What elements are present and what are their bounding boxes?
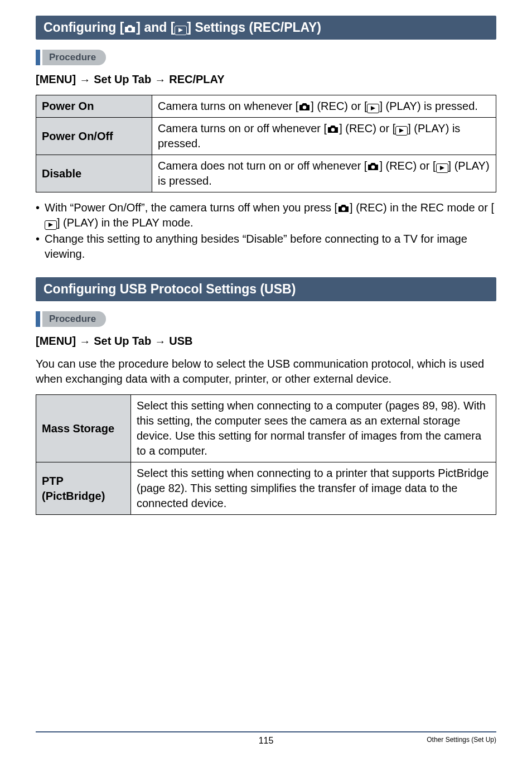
svg-point-6	[371, 165, 375, 168]
svg-point-4	[331, 128, 335, 131]
footer-section-label: Other Settings (Set Up)	[385, 736, 496, 744]
section-title-part: ] and [	[136, 20, 175, 35]
procedure-label-row: Procedure	[36, 50, 496, 65]
camera-rec-icon	[337, 204, 350, 213]
menu-path-usb: [MENU] → Set Up Tab → USB	[36, 335, 496, 348]
table-row: Mass Storage Select this setting when co…	[36, 395, 496, 462]
section-header-usb: Configuring USB Protocol Settings (USB)	[36, 277, 496, 301]
arrow-icon: →	[154, 74, 166, 85]
note-item: Change this setting to anything besides …	[36, 232, 496, 262]
svg-marker-1	[178, 28, 183, 32]
menu-path-recplay: [MENU] → Set Up Tab → REC/PLAY	[36, 73, 496, 86]
recplay-settings-table: Power On Camera turns on whenever [] (RE…	[36, 95, 496, 192]
procedure-accent-bar	[36, 311, 40, 327]
table-row: Disable Camera does not turn on or off w…	[36, 155, 496, 192]
section-title-part: Configuring [	[43, 20, 124, 35]
row-desc: Camera turns on or off whenever [] (REC)…	[152, 118, 496, 155]
procedure-label-row: Procedure	[36, 311, 496, 327]
section-title-part: ] Settings (REC/PLAY)	[187, 20, 321, 35]
section-header-recplay: Configuring [] and [] Settings (REC/PLAY…	[36, 16, 496, 40]
menu-path-menu: [MENU]	[36, 335, 76, 348]
recplay-notes: With “Power On/Off”, the camera turns of…	[36, 200, 496, 262]
camera-rec-icon	[367, 162, 379, 171]
row-desc: Select this setting when connecting to a…	[131, 462, 496, 515]
camera-rec-icon	[124, 25, 136, 33]
svg-marker-9	[49, 223, 53, 227]
row-label: PTP (PictBridge)	[36, 462, 131, 515]
menu-path-menu: [MENU]	[36, 73, 76, 86]
page-footer: 115 Other Settings (Set Up)	[0, 731, 532, 746]
usb-intro-text: You can use the procedure below to selec…	[36, 356, 496, 387]
row-label: Disable	[36, 155, 152, 192]
usb-settings-table: Mass Storage Select this setting when co…	[36, 394, 496, 515]
play-icon	[436, 163, 448, 173]
svg-marker-3	[371, 106, 375, 110]
procedure-pill: Procedure	[42, 311, 106, 327]
row-desc: Camera turns on whenever [] (REC) or [] …	[152, 95, 496, 118]
table-row: Power On Camera turns on whenever [] (RE…	[36, 95, 496, 118]
table-row: Power On/Off Camera turns on or off when…	[36, 118, 496, 155]
menu-path-item: REC/PLAY	[169, 73, 224, 86]
table-row: PTP (PictBridge) Select this setting whe…	[36, 462, 496, 515]
camera-rec-icon	[327, 125, 339, 133]
row-desc: Camera does not turn on or off whenever …	[152, 155, 496, 192]
menu-path-tab: Set Up Tab	[94, 73, 151, 86]
row-desc: Select this setting when connecting to a…	[131, 395, 496, 462]
row-label: Power On/Off	[36, 118, 152, 155]
camera-rec-icon	[298, 103, 311, 111]
procedure-accent-bar	[36, 50, 40, 65]
row-label: Mass Storage	[36, 395, 131, 462]
play-icon	[395, 126, 408, 136]
play-icon	[175, 26, 187, 35]
play-icon	[45, 220, 57, 230]
menu-path-item: USB	[169, 335, 192, 348]
menu-path-tab: Set Up Tab	[94, 335, 151, 348]
note-item: With “Power On/Off”, the camera turns of…	[36, 200, 496, 230]
procedure-pill: Procedure	[42, 50, 106, 65]
svg-marker-5	[399, 128, 404, 133]
svg-point-8	[342, 207, 345, 210]
arrow-icon: →	[79, 74, 90, 85]
svg-point-0	[128, 27, 132, 31]
page-number: 115	[147, 736, 385, 746]
arrow-icon: →	[79, 336, 90, 347]
row-label: Power On	[36, 95, 152, 118]
arrow-icon: →	[154, 336, 166, 347]
svg-point-2	[303, 105, 306, 109]
play-icon	[367, 104, 379, 113]
svg-marker-7	[440, 166, 444, 170]
